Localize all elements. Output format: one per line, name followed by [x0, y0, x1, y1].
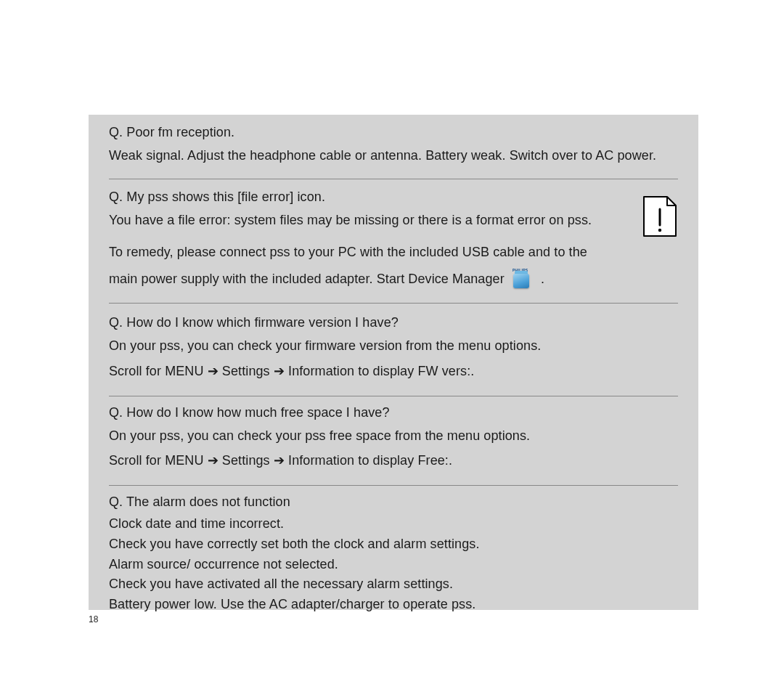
menu-path-settings: Settings	[222, 453, 270, 468]
faq-answer: You have a file error: system files may …	[109, 209, 678, 290]
faq-item-file-error: Q. My pss shows this [file error] icon. …	[109, 179, 678, 304]
arrow-icon: ➔	[274, 453, 285, 468]
faq-content-box: Q. Poor fm reception. Weak signal. Adjus…	[89, 115, 698, 610]
answer-text: .	[541, 272, 544, 286]
menu-path-menu: MENU	[165, 453, 203, 468]
arrow-icon: ➔	[274, 364, 285, 378]
faq-question: Q. Poor fm reception.	[109, 125, 678, 140]
menu-path-menu: MENU	[165, 364, 203, 378]
answer-line: Battery power low. Use the AC adapter/ch…	[109, 595, 678, 615]
device-manager-icon: PHILIPS	[511, 269, 533, 290]
answer-line: Alarm source/ occurrence not selected.	[109, 555, 678, 575]
faq-answer: On your pss, you can check your pss free…	[109, 425, 678, 472]
faq-question: Q. My pss shows this [file error] icon.	[109, 190, 678, 205]
answer-line: On your pss, you can check your pss free…	[109, 425, 678, 447]
display-prefix: to display	[354, 453, 417, 468]
answer-line: Scroll for MENU ➔ Settings ➔ Information…	[109, 449, 678, 472]
faq-item-alarm: Q. The alarm does not function Clock dat…	[109, 486, 678, 619]
menu-path-settings: Settings	[222, 364, 270, 378]
faq-item-firmware-version: Q. How do I know which firmware version …	[109, 304, 678, 395]
faq-question: Q. The alarm does not function	[109, 494, 678, 510]
answer-line: To remedy, please connect pss to your PC…	[109, 241, 678, 264]
faq-item-free-space: Q. How do I know how much free space I h…	[109, 396, 678, 485]
arrow-icon: ➔	[208, 364, 219, 378]
faq-question: Q. How do I know how much free space I h…	[109, 405, 678, 420]
answer-line: Check you have correctly set both the cl…	[109, 534, 678, 555]
answer-line: main power supply with the included adap…	[109, 268, 678, 290]
manual-page: Q. Poor fm reception. Weak signal. Adjus…	[0, 0, 784, 692]
menu-path-information: Information	[288, 364, 354, 378]
answer-line: You have a file error: system files may …	[109, 209, 678, 232]
answer-line: Clock date and time incorrect.	[109, 514, 678, 534]
page-number: 18	[89, 614, 98, 624]
free-label: Free:	[417, 453, 449, 468]
scroll-prefix: Scroll for	[109, 364, 165, 378]
period: .	[470, 364, 474, 378]
file-error-icon	[643, 196, 677, 237]
answer-line: Scroll for MENU ➔ Settings ➔ Information…	[109, 360, 678, 383]
answer-line: On your pss, you can check your firmware…	[109, 335, 678, 357]
fw-vers-label: FW vers:	[417, 364, 470, 378]
arrow-icon: ➔	[208, 453, 219, 468]
display-prefix: to display	[354, 364, 417, 378]
scroll-prefix: Scroll for	[109, 453, 165, 468]
faq-answer: Weak signal. Adjust the headphone cable …	[109, 144, 678, 167]
svg-point-2	[658, 229, 661, 232]
faq-item-fm-reception: Q. Poor fm reception. Weak signal. Adjus…	[109, 125, 678, 179]
menu-path-information: Information	[288, 453, 354, 468]
faq-answer: On your pss, you can check your firmware…	[109, 335, 678, 382]
answer-text: main power supply with the included adap…	[109, 272, 508, 286]
period: .	[449, 453, 452, 468]
faq-answer: Clock date and time incorrect. Check you…	[109, 514, 678, 615]
faq-question: Q. How do I know which firmware version …	[109, 315, 678, 330]
answer-line: Check you have activated all the necessa…	[109, 574, 678, 595]
